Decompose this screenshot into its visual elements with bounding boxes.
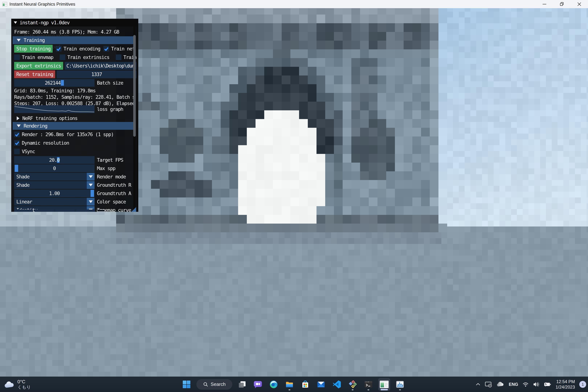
clipped-button-focused[interactable] (97, 210, 105, 212)
vscode-button[interactable] (331, 378, 343, 391)
clock[interactable]: 12:54 PM 1/24/2023 (556, 379, 575, 390)
slider-grab[interactable] (15, 165, 18, 172)
export-extrinsics-button[interactable]: Export extrinsics (14, 62, 63, 70)
dynamic-resolution-checkbox[interactable] (14, 140, 20, 146)
collapse-arrow-icon (17, 124, 21, 127)
mail-icon (317, 380, 326, 389)
store-icon (301, 380, 310, 389)
instant-ngp-icon (380, 380, 389, 389)
render-mode-combo[interactable]: Shade (14, 173, 94, 180)
minimize-icon (542, 2, 547, 6)
rendering-header[interactable]: Rendering (13, 122, 133, 130)
train-extrinsics-label: Train extrinsics (67, 54, 109, 60)
running-indicator (288, 389, 290, 390)
file-explorer-icon (285, 380, 294, 389)
start-button[interactable] (180, 378, 192, 391)
onedrive-icon[interactable] (496, 382, 504, 387)
collapsed-arrow-icon (17, 116, 20, 120)
panel-titlebar[interactable]: instant-ngp v1.0dev (11, 19, 136, 26)
train-encoding-label: Train encoding (64, 46, 100, 52)
search-box[interactable]: Search (196, 379, 232, 390)
color-space-label: Color space (97, 199, 126, 204)
close-button[interactable] (570, 0, 588, 8)
volume-icon[interactable] (533, 382, 540, 387)
edge-button[interactable] (268, 378, 280, 391)
battery-icon[interactable] (544, 382, 551, 387)
performance-monitor-button[interactable] (394, 378, 406, 391)
train-distortion-checkbox[interactable] (116, 54, 122, 60)
seed-input[interactable]: 1337 (56, 70, 136, 78)
restore-icon (560, 2, 564, 6)
combo-arrow-icon[interactable] (87, 173, 94, 180)
check-icon (104, 46, 109, 51)
terminal-button[interactable] (362, 378, 374, 391)
app-icon (2, 2, 7, 7)
minimize-button[interactable] (536, 0, 553, 8)
git-extensions-button[interactable] (347, 378, 358, 391)
clipped-button[interactable] (56, 210, 74, 212)
collapse-arrow-icon (17, 39, 21, 42)
train-extrinsics-checkbox[interactable] (60, 54, 65, 60)
stop-training-button[interactable]: Stop training (14, 45, 53, 53)
render-checkbox[interactable] (14, 132, 20, 137)
train-envmap-label: Train envmap (22, 54, 53, 60)
train-envmap-checkbox[interactable] (14, 54, 20, 60)
weather-widget[interactable]: 0°C くもり (4, 376, 31, 392)
chat-icon (254, 380, 262, 389)
store-button[interactable] (299, 378, 311, 391)
collapse-arrow-icon (14, 22, 17, 24)
nerf-training-options-header[interactable]: NeRF training options (13, 114, 133, 122)
combo-arrow-icon[interactable] (87, 181, 94, 189)
instant-ngp-taskbar-button[interactable] (378, 378, 390, 391)
clipped-button[interactable] (14, 210, 33, 212)
task-view-button[interactable] (236, 378, 248, 391)
running-indicator (352, 389, 354, 390)
max-spp-slider[interactable]: 0 (14, 164, 94, 172)
groundtruth-render-mode-label: Groundtruth R (97, 182, 131, 188)
train-network-checkbox[interactable] (104, 46, 109, 52)
max-spp-label: Max spp (97, 166, 115, 171)
slider-grab[interactable] (90, 190, 94, 197)
groundtruth-render-mode-combo[interactable]: Shade (14, 181, 94, 189)
check-icon (14, 140, 20, 146)
groundtruth-alpha-label: Groundtruth A (97, 190, 131, 196)
target-fps-label: Target FPS (97, 157, 123, 163)
search-icon (203, 382, 208, 387)
wifi-icon[interactable] (522, 382, 529, 387)
training-header[interactable]: Training (13, 36, 133, 44)
mail-button[interactable] (315, 378, 327, 391)
close-icon (577, 2, 582, 6)
resize-grip[interactable] (132, 207, 136, 212)
combo-arrow-icon[interactable] (87, 198, 94, 206)
file-explorer-button[interactable] (284, 378, 296, 391)
scrollbar-grab[interactable] (133, 35, 136, 137)
cast-icon[interactable] (485, 381, 492, 388)
task-view-icon (238, 380, 246, 388)
language-indicator[interactable]: ENG (509, 382, 518, 387)
reset-training-button[interactable]: Reset training (14, 70, 55, 78)
groundtruth-alpha-slider[interactable]: 1.00 (14, 190, 94, 197)
color-space-combo[interactable]: Linear (14, 198, 94, 206)
terminal-icon (364, 380, 373, 389)
notification-badge[interactable]: 1 (579, 381, 586, 388)
clipped-button[interactable] (35, 210, 54, 212)
batch-size-input[interactable]: 262144 (14, 79, 94, 87)
perf-graph-icon (396, 380, 404, 389)
chat-button[interactable] (252, 378, 264, 391)
frame-stats: Frame: 260.44 ms (3.8 FPS); Mem: 4.27 GB (14, 29, 136, 35)
export-path-input[interactable]: C:\Users\ichik\Desktop\dum (64, 62, 136, 70)
batch-size-label: Batch size (97, 80, 123, 86)
tray-time: 12:54 PM (556, 379, 575, 384)
text-caret (61, 80, 64, 86)
restore-button[interactable] (553, 0, 570, 8)
clipped-button[interactable] (76, 210, 95, 212)
loss-graph-plot (14, 105, 94, 113)
chevron-up-icon[interactable] (476, 383, 480, 386)
vsync-checkbox[interactable] (14, 149, 20, 154)
running-indicator (399, 389, 401, 390)
train-encoding-checkbox[interactable] (56, 46, 62, 52)
target-fps-input[interactable]: 20.0 (14, 156, 94, 164)
edge-icon (269, 380, 278, 389)
weather-cloud-icon (4, 380, 14, 388)
panel-scrollbar[interactable] (133, 26, 136, 212)
